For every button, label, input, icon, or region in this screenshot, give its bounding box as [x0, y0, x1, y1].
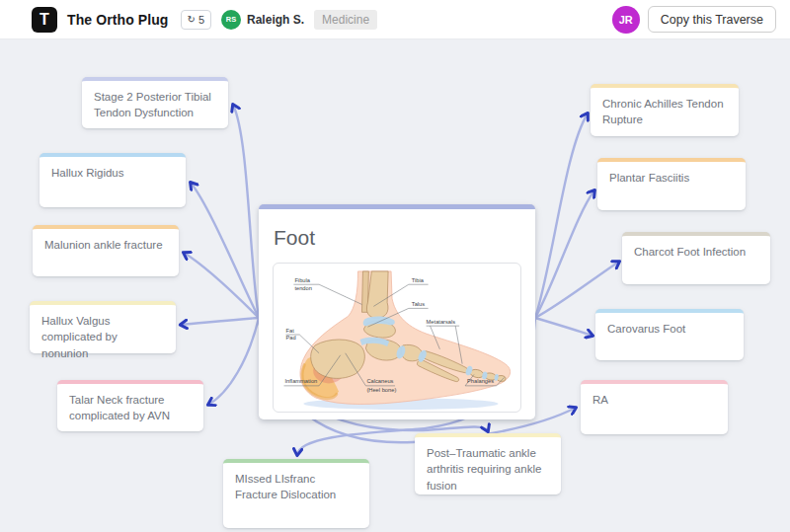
- diagram-label-tibia: Tibia: [412, 277, 425, 283]
- edge-foot-to-malunion: [184, 253, 259, 318]
- node-label: Hallux Valgus complicated by nonunion: [41, 315, 118, 359]
- category-tag: Medicine: [314, 10, 377, 30]
- header-right: JR Copy this Traverse: [612, 6, 776, 34]
- node-hallux-valgus-nonunion[interactable]: Hallux Valgus complicated by nonunion: [30, 301, 176, 353]
- center-node-title: Foot: [259, 209, 535, 253]
- diagram-label-phalanges: Phalanges: [467, 378, 494, 384]
- diagram-label-fat-pad-2: Pad: [286, 335, 296, 341]
- node-label: MIssed LIsfranc Fracture Dislocation: [235, 473, 336, 500]
- diagram-label-fat-pad: Fat: [286, 328, 295, 334]
- edge-foot-to-hallux-valgus: [181, 318, 259, 325]
- user-avatar[interactable]: JR: [612, 6, 640, 34]
- node-malunion-ankle-fracture[interactable]: Malunion ankle fracture: [33, 225, 179, 276]
- traverse-count-icon: ↻: [188, 15, 196, 25]
- edge-foot-to-talar-neck: [208, 318, 259, 405]
- copy-traverse-button[interactable]: Copy this Traverse: [648, 6, 776, 33]
- foot-illustration: Fibula tendon Tibia Talus Metatarsals Fa…: [274, 264, 520, 412]
- diagram-label-fibula-tendon: tendon: [294, 285, 312, 291]
- node-label: Talar Neck fracture complicated by AVN: [69, 394, 170, 421]
- edge-foot-to-carovarus: [535, 318, 592, 336]
- diagram-label-inflammation: Inflammation: [285, 378, 318, 384]
- node-label: Chronic Achilles Tendon Rupture: [602, 98, 724, 125]
- page-title: The Ortho Plug: [67, 12, 169, 28]
- author-name: Raleigh S.: [247, 13, 304, 27]
- mindmap-canvas[interactable]: Stage 2 Posterior Tibial Tendon Dysfunct…: [0, 39, 790, 532]
- author-avatar: RS: [221, 10, 241, 30]
- diagram-label-metatarsals: Metatarsals: [427, 319, 456, 325]
- foot-anatomy-diagram: Fibula tendon Tibia Talus Metatarsals Fa…: [273, 263, 521, 413]
- traverse-count-badge: ↻ 5: [181, 10, 212, 30]
- app-logo[interactable]: T: [32, 7, 57, 33]
- diagram-label-heel-bone: (Heel bone): [366, 387, 396, 393]
- node-label: Stage 2 Posterior Tibial Tendon Dysfunct…: [94, 91, 211, 118]
- node-ra[interactable]: RA: [581, 380, 728, 434]
- node-label: Charcot Foot Infection: [634, 246, 746, 258]
- edge-foot-to-stage2: [233, 105, 259, 318]
- node-charcot-foot-infection[interactable]: Charcot Foot Infection: [622, 232, 770, 284]
- app-window: T The Ortho Plug ↻ 5 RS Raleigh S. Medic…: [0, 0, 790, 532]
- diagram-label-calcaneus: Calcaneus: [366, 378, 393, 384]
- traverse-count-value: 5: [198, 14, 204, 26]
- node-foot[interactable]: Foot: [259, 204, 535, 419]
- node-talar-neck-avn[interactable]: Talar Neck fracture complicated by AVN: [57, 380, 203, 431]
- node-chronic-achilles-rupture[interactable]: Chronic Achilles Tendon Rupture: [591, 84, 739, 136]
- diagram-label-talus: Talus: [412, 301, 425, 307]
- app-header: T The Ortho Plug ↻ 5 RS Raleigh S. Medic…: [0, 0, 790, 39]
- node-carovarus-foot[interactable]: Carovarus Foot: [595, 309, 744, 360]
- node-label: RA: [592, 394, 608, 406]
- node-post-traumatic-ankle-fusion[interactable]: Post–Traumatic ankle arthritis requiring…: [415, 433, 561, 494]
- diagram-label-fibula: Fibula: [294, 277, 310, 283]
- node-hallux-rigidus[interactable]: Hallux Rigidus: [40, 153, 186, 207]
- node-label: Carovarus Foot: [607, 323, 685, 335]
- node-plantar-fasciitis[interactable]: Plantar Fasciitis: [597, 158, 746, 210]
- node-label: Plantar Fasciitis: [609, 172, 689, 184]
- logo-letter: T: [40, 11, 49, 29]
- node-label: Malunion ankle fracture: [44, 239, 163, 251]
- node-stage2-posterior-tibial-tendon-dysfunction[interactable]: Stage 2 Posterior Tibial Tendon Dysfunct…: [82, 77, 228, 128]
- node-label: Post–Traumatic ankle arthritis requiring…: [427, 447, 541, 492]
- node-missed-lisfranc-dislocation[interactable]: MIssed LIsfranc Fracture Dislocation: [223, 459, 369, 528]
- header-left: T The Ortho Plug ↻ 5 RS Raleigh S. Medic…: [32, 7, 377, 33]
- node-label: Hallux Rigidus: [51, 167, 124, 179]
- author-chip[interactable]: RS Raleigh S.: [221, 10, 304, 30]
